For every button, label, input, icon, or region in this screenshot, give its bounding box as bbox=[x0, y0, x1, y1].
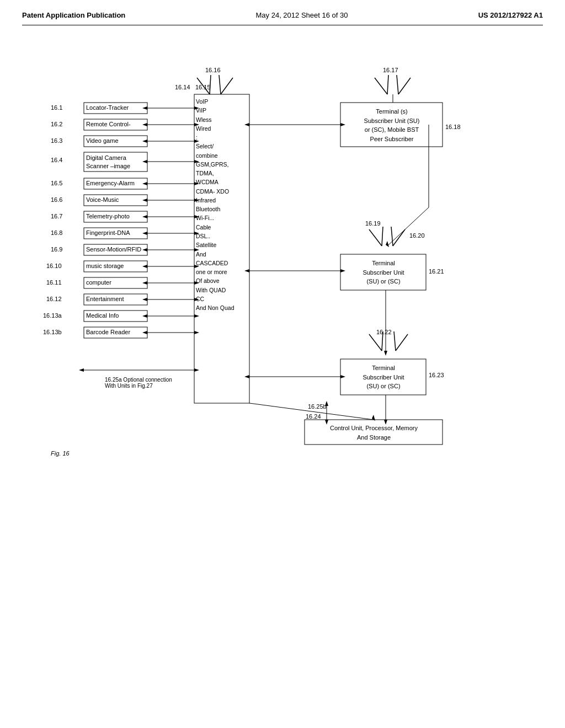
label-1612: 16.12 bbox=[46, 296, 62, 302]
header-right: US 2012/127922 A1 bbox=[478, 11, 543, 19]
svg-line-2 bbox=[219, 75, 221, 94]
page-header: Patent Application Publication May 24, 2… bbox=[22, 11, 543, 25]
svg-marker-92 bbox=[79, 368, 84, 372]
label-168: 16.8 bbox=[51, 229, 62, 236]
label-167: 16.7 bbox=[51, 213, 62, 220]
diagram-svg bbox=[34, 42, 531, 538]
text-165: Emergency-Alarm bbox=[86, 180, 135, 186]
svg-line-4 bbox=[375, 78, 387, 94]
label-166: 16.6 bbox=[51, 196, 62, 203]
text-1613a: Medical Info bbox=[86, 312, 119, 319]
text-163: Video game bbox=[86, 137, 119, 144]
figure-label: Fig. 16 bbox=[51, 450, 70, 457]
label-16-19: 16.19 bbox=[365, 220, 381, 227]
label-16-22: 16.22 bbox=[376, 329, 392, 335]
svg-line-11 bbox=[393, 229, 405, 246]
label-16-18: 16.18 bbox=[445, 124, 461, 130]
text-168: Fingerprint-DNA bbox=[86, 229, 130, 236]
label-16-24: 16.24 bbox=[306, 413, 321, 420]
label-1610: 16.10 bbox=[46, 263, 62, 269]
svg-line-6 bbox=[397, 75, 398, 94]
label-164: 16.4 bbox=[51, 157, 62, 163]
label-16-25a: 16.25a Optional connectionWith Units in … bbox=[105, 377, 172, 389]
label-16-17: 16.17 bbox=[383, 67, 398, 73]
text-164: Digital CameraScanner –image bbox=[86, 154, 130, 171]
page: Patent Application Publication May 24, 2… bbox=[0, 0, 565, 728]
svg-line-15 bbox=[396, 334, 408, 351]
svg-line-12 bbox=[369, 334, 382, 351]
svg-line-10 bbox=[391, 227, 393, 246]
svg-marker-98 bbox=[384, 351, 387, 356]
label-16-21: 16.21 bbox=[429, 268, 444, 275]
label-16-14: 16.14 bbox=[175, 84, 190, 90]
svg-line-9 bbox=[382, 227, 383, 246]
label-1613b: 16.13b bbox=[43, 329, 62, 335]
text-169: Sensor-Motion/RFID bbox=[86, 246, 141, 253]
diagram: 16.14 16.15 16.16 16.17 16.18 16.19 16.2… bbox=[34, 42, 531, 538]
text-161: Locator-Tracker bbox=[86, 104, 129, 111]
label-162: 16.2 bbox=[51, 121, 62, 127]
text-1610: music storage bbox=[86, 263, 124, 269]
right-box-1-text: Terminal (s) Subscriber Unit (SU) or (SC… bbox=[342, 107, 441, 143]
label-163: 16.3 bbox=[51, 137, 62, 144]
svg-line-14 bbox=[394, 331, 396, 351]
text-1612: Entertainment bbox=[86, 296, 124, 302]
svg-marker-96 bbox=[386, 241, 389, 247]
label-16-16: 16.16 bbox=[205, 67, 221, 73]
center-hub-text: VoIP ViIP Wless Wired : Select/ combine … bbox=[196, 97, 247, 312]
text-1613b: Barcode Reader bbox=[86, 329, 130, 335]
label-1613a: 16.13a bbox=[43, 312, 62, 319]
svg-line-7 bbox=[398, 78, 411, 94]
label-16-15: 16.15 bbox=[195, 84, 211, 90]
label-161: 16.1 bbox=[51, 104, 62, 111]
text-167: Telemetry-photo bbox=[86, 213, 130, 220]
label-16-25b: 16.25b bbox=[308, 403, 327, 410]
text-162: Remote Control- bbox=[86, 121, 131, 127]
text-166: Voice-Music bbox=[86, 196, 119, 203]
bottom-box-text: Control Unit, Processor, Memory And Stor… bbox=[306, 424, 441, 442]
svg-line-95 bbox=[387, 207, 429, 246]
label-16-20: 16.20 bbox=[409, 232, 425, 239]
right-box-2-text: Terminal Subscriber Unit (SU) or (SC) bbox=[342, 259, 425, 286]
text-1611: computer bbox=[86, 279, 111, 286]
label-1611: 16.11 bbox=[46, 279, 62, 286]
svg-line-8 bbox=[369, 229, 382, 246]
svg-line-5 bbox=[387, 75, 388, 94]
header-left: Patent Application Publication bbox=[22, 11, 125, 19]
label-169: 16.9 bbox=[51, 246, 62, 253]
label-16-23: 16.23 bbox=[429, 372, 444, 378]
svg-line-3 bbox=[221, 78, 233, 94]
right-box-3-text: Terminal Subscriber Unit (SU) or (SC) bbox=[342, 363, 425, 391]
label-165: 16.5 bbox=[51, 180, 62, 186]
header-center: May 24, 2012 Sheet 16 of 30 bbox=[256, 11, 348, 19]
